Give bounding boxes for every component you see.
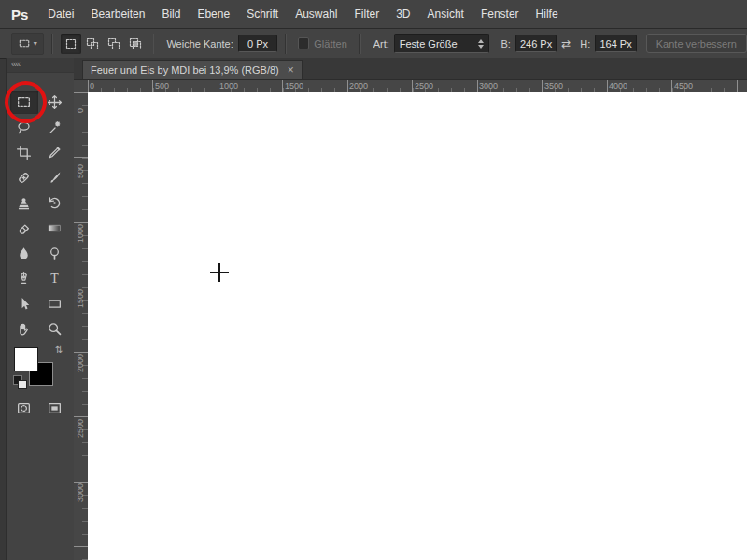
refine-edge-button: Kante verbessern — [646, 34, 747, 53]
marquee-preset-icon — [18, 36, 32, 50]
tool-magic-wand[interactable] — [41, 116, 69, 139]
tool-clone-stamp[interactable] — [10, 191, 38, 215]
hand-icon — [16, 321, 32, 337]
tool-crop[interactable] — [10, 141, 38, 164]
tool-eyedropper[interactable] — [41, 141, 69, 164]
menu-bild[interactable]: Bild — [153, 0, 189, 28]
tool-path-selection[interactable] — [10, 292, 38, 315]
menu-filter[interactable]: Filter — [346, 0, 388, 28]
tool-type[interactable]: T — [41, 267, 69, 290]
color-swatches: ⇅ — [12, 345, 68, 394]
style-label: Art: — [374, 38, 389, 49]
tools-panel: «« — [6, 58, 75, 560]
vertical-ruler[interactable]: 0 500 1000 1500 2000 2500 3000 — [74, 92, 89, 560]
close-tab-icon[interactable]: × — [288, 64, 294, 76]
menu-hilfe[interactable]: Hilfe — [528, 0, 567, 28]
ruler-label: 0 — [90, 81, 94, 91]
gradient-icon — [47, 220, 63, 236]
dodge-icon — [47, 245, 63, 261]
move-icon — [47, 94, 63, 110]
subtract-from-selection-button[interactable] — [104, 34, 124, 54]
ruler-label: 4000 — [609, 81, 627, 91]
tool-preset-dropdown[interactable]: ▾ — [11, 33, 44, 55]
new-selection-button[interactable] — [61, 34, 81, 54]
healing-brush-icon — [16, 170, 32, 186]
default-colors-icon[interactable] — [18, 380, 27, 389]
ruler-label: 2000 — [76, 354, 85, 372]
menubar: Ps Datei Bearbeiten Bild Ebene Schrift A… — [0, 0, 747, 29]
menu-schrift[interactable]: Schrift — [238, 0, 287, 28]
ruler-label: 500 — [155, 81, 169, 91]
clone-stamp-icon — [16, 195, 32, 211]
zoom-magnifier-icon — [47, 321, 63, 337]
tool-rectangle-shape[interactable] — [41, 292, 69, 315]
document-canvas[interactable] — [88, 92, 747, 560]
ruler-label: 2500 — [415, 81, 433, 91]
ruler-label: 500 — [76, 164, 85, 178]
menu-3d[interactable]: 3D — [388, 0, 418, 28]
tool-eraser[interactable] — [10, 217, 38, 240]
tool-pen[interactable] — [10, 267, 38, 290]
feather-input[interactable]: 0 Px — [238, 35, 278, 52]
tool-lasso[interactable] — [10, 116, 38, 139]
menu-datei[interactable]: Datei — [39, 0, 82, 28]
tool-gradient[interactable] — [41, 217, 69, 240]
ruler-label: 3000 — [479, 81, 498, 91]
path-selection-arrow-icon — [16, 296, 32, 312]
history-brush-icon — [47, 195, 63, 211]
quick-mask-mode-button[interactable] — [10, 397, 38, 420]
separator — [285, 34, 287, 54]
menu-ebene[interactable]: Ebene — [189, 0, 238, 28]
tool-healing-brush[interactable] — [10, 166, 38, 189]
screen-mode-button[interactable] — [41, 397, 69, 420]
foreground-color-swatch[interactable] — [14, 347, 38, 371]
menu-ansicht[interactable]: Ansicht — [419, 0, 472, 28]
width-input[interactable]: 246 Px — [515, 35, 557, 52]
brush-icon — [47, 170, 63, 186]
add-to-selection-button[interactable] — [82, 34, 103, 54]
svg-text:T: T — [50, 272, 59, 286]
style-select[interactable]: Feste Größe — [394, 34, 490, 53]
menu-auswahl[interactable]: Auswahl — [287, 0, 345, 28]
intersect-selection-icon — [128, 36, 143, 51]
type-icon: T — [47, 271, 63, 287]
tool-hand[interactable] — [10, 317, 38, 341]
panel-collapse-button[interactable]: «« — [7, 58, 74, 73]
eyedropper-icon — [47, 145, 63, 161]
selection-mode-group — [61, 34, 146, 54]
collapse-arrows-icon: «« — [11, 59, 20, 69]
menu-fenster[interactable]: Fenster — [472, 0, 528, 28]
menu-bearbeiten[interactable]: Bearbeiten — [82, 0, 153, 28]
tool-brush[interactable] — [41, 166, 69, 189]
ruler-label: 1500 — [76, 289, 85, 308]
document-tab[interactable]: Feuer und Eis by MDI bei 13,9% (RGB/8) × — [82, 60, 303, 79]
swap-colors-icon[interactable]: ⇅ — [55, 345, 63, 355]
document-tab-title: Feuer und Eis by MDI bei 13,9% (RGB/8) — [91, 64, 279, 76]
options-bar: ▾ — [0, 29, 747, 59]
height-label: H: — [580, 38, 590, 49]
ruler-label: 1500 — [285, 81, 303, 91]
new-selection-icon — [63, 36, 78, 51]
intersect-selection-button[interactable] — [125, 34, 146, 54]
tool-move[interactable] — [41, 91, 69, 114]
crosshair-cursor-icon — [218, 263, 220, 282]
antialias-label: Glätten — [314, 38, 346, 49]
ruler-label: 1000 — [76, 224, 85, 243]
screen-mode-icon — [47, 400, 63, 416]
swap-dimensions-icon[interactable]: ⇄ — [561, 37, 571, 50]
height-input[interactable]: 164 Px — [595, 35, 636, 52]
tool-history-brush[interactable] — [41, 191, 69, 215]
tool-blur[interactable] — [10, 242, 38, 265]
chevron-down-icon: ▾ — [34, 39, 37, 48]
feather-label: Weiche Kante: — [166, 38, 233, 49]
eraser-icon — [16, 220, 32, 236]
tool-zoom[interactable] — [41, 317, 69, 341]
pen-icon — [16, 271, 32, 287]
ruler-label: 3000 — [76, 483, 85, 502]
toolbar-extras — [8, 396, 72, 420]
tool-dodge[interactable] — [41, 242, 69, 265]
separator — [51, 34, 53, 54]
tool-rectangular-marquee[interactable] — [10, 91, 38, 114]
antialias-checkbox — [298, 37, 309, 49]
ruler-label: 4500 — [674, 81, 693, 91]
